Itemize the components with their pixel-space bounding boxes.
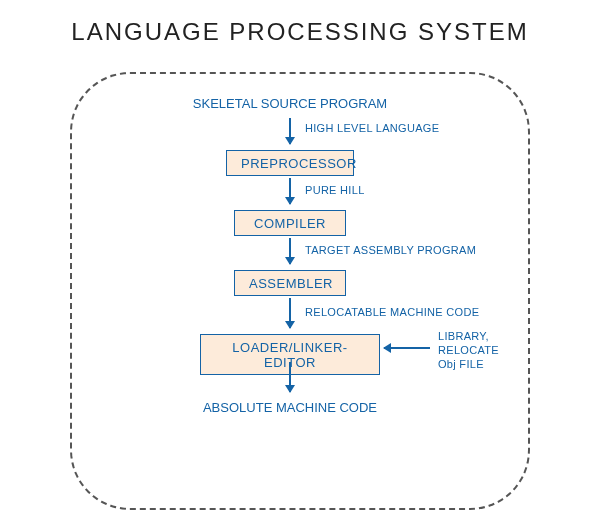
edge-label-target-assembly: TARGET ASSEMBLY PROGRAM: [305, 244, 476, 258]
node-assembler: ASSEMBLER: [234, 270, 346, 296]
arrow-down-icon: [289, 118, 291, 144]
diagram-title: LANGUAGE PROCESSING SYSTEM: [0, 18, 600, 46]
edge-label-library: LIBRARY, RELOCATE Obj FILE: [438, 330, 499, 371]
node-skeletal-source: SKELETAL SOURCE PROGRAM: [193, 96, 387, 111]
edge-label-relocatable: RELOCATABLE MACHINE CODE: [305, 306, 479, 320]
node-absolute-machine-code: ABSOLUTE MACHINE CODE: [203, 400, 377, 415]
edge-label-high-level: HIGH LEVEL LANGUAGE: [305, 122, 439, 136]
arrow-down-icon: [289, 298, 291, 328]
arrow-down-icon: [289, 178, 291, 204]
arrow-left-icon: [384, 347, 430, 349]
arrow-down-icon: [289, 238, 291, 264]
node-preprocessor: PREPROCESSOR: [226, 150, 354, 176]
arrow-down-icon: [289, 362, 291, 392]
node-compiler: COMPILER: [234, 210, 346, 236]
edge-label-pure-hill: PURE HILL: [305, 184, 365, 198]
